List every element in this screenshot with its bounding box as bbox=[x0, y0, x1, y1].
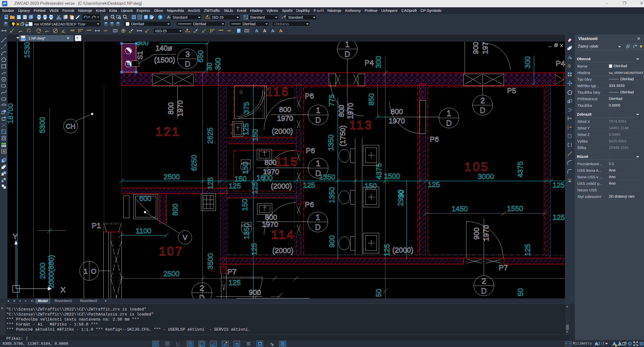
svg-text:D: D bbox=[481, 287, 487, 295]
svg-text:1970: 1970 bbox=[346, 103, 354, 119]
svg-text:125: 125 bbox=[428, 181, 440, 189]
svg-text:18700: 18700 bbox=[8, 103, 14, 124]
svg-text:(1750): (1750) bbox=[339, 125, 347, 147]
svg-text:(2000): (2000) bbox=[272, 247, 294, 255]
svg-text:125: 125 bbox=[228, 279, 240, 287]
svg-text:(2000): (2000) bbox=[271, 182, 292, 190]
svg-text:2000(880): 2000(880) bbox=[47, 255, 55, 288]
svg-text:125: 125 bbox=[303, 181, 315, 189]
svg-text:D: D bbox=[185, 60, 190, 68]
svg-text:2: 2 bbox=[200, 284, 204, 293]
svg-text:O: O bbox=[91, 267, 97, 275]
svg-text:A: A bbox=[255, 29, 258, 33]
svg-text:121: 121 bbox=[155, 125, 180, 138]
svg-text:V: V bbox=[183, 234, 187, 241]
svg-text:1: 1 bbox=[345, 42, 349, 49]
svg-text:D: D bbox=[199, 294, 205, 299]
svg-text:?: ? bbox=[159, 15, 161, 19]
svg-text:600: 600 bbox=[139, 194, 151, 202]
svg-text:1970: 1970 bbox=[389, 117, 405, 125]
svg-text:140ø: 140ø bbox=[155, 44, 172, 52]
svg-text:1600: 1600 bbox=[256, 174, 273, 182]
svg-text:S1: S1 bbox=[136, 51, 144, 59]
svg-text:(1500): (1500) bbox=[154, 56, 175, 64]
svg-text:D: D bbox=[446, 119, 452, 128]
svg-text:2000: 2000 bbox=[38, 263, 47, 279]
svg-text:150: 150 bbox=[251, 129, 259, 141]
svg-text:1970: 1970 bbox=[277, 114, 293, 122]
svg-text:P6: P6 bbox=[430, 135, 439, 143]
svg-text:800: 800 bbox=[167, 102, 175, 114]
svg-text:116: 116 bbox=[266, 85, 290, 98]
svg-text:DWG: DWG bbox=[21, 38, 26, 40]
svg-text:1970: 1970 bbox=[176, 100, 184, 117]
svg-text:P7: P7 bbox=[499, 263, 508, 272]
svg-text:800: 800 bbox=[391, 108, 403, 116]
svg-text:A: A bbox=[167, 15, 170, 19]
svg-text:1500: 1500 bbox=[384, 172, 400, 180]
svg-text:3500: 3500 bbox=[206, 253, 214, 269]
svg-text:50: 50 bbox=[516, 288, 525, 296]
svg-text:D: D bbox=[315, 223, 320, 232]
svg-text:2500: 2500 bbox=[163, 270, 180, 278]
svg-text:197: 197 bbox=[481, 42, 489, 54]
svg-text:1: 1 bbox=[447, 109, 451, 118]
svg-text:375: 375 bbox=[242, 102, 250, 114]
svg-text:(2000): (2000) bbox=[392, 246, 414, 254]
svg-text:113: 113 bbox=[349, 118, 373, 132]
svg-text:1: 1 bbox=[316, 159, 320, 168]
svg-text:A: A bbox=[263, 29, 266, 33]
svg-text:A: A bbox=[2, 150, 5, 153]
svg-text:P4: P4 bbox=[365, 58, 374, 67]
svg-text:125: 125 bbox=[383, 244, 391, 256]
svg-text:1: 1 bbox=[316, 106, 320, 115]
svg-text:1350: 1350 bbox=[319, 173, 335, 181]
svg-text:30: 30 bbox=[397, 190, 405, 198]
svg-text:3: 3 bbox=[185, 50, 190, 59]
svg-text:4375: 4375 bbox=[375, 163, 383, 180]
svg-text:125: 125 bbox=[206, 177, 214, 189]
svg-text:P1: P1 bbox=[92, 221, 101, 230]
svg-text:150: 150 bbox=[365, 182, 377, 190]
svg-text:125: 125 bbox=[250, 243, 258, 255]
svg-text:850: 850 bbox=[367, 93, 375, 105]
svg-text:125: 125 bbox=[552, 181, 565, 189]
svg-text:300: 300 bbox=[214, 58, 222, 70]
svg-text:1350: 1350 bbox=[327, 134, 335, 151]
svg-text:114: 114 bbox=[271, 228, 295, 241]
svg-text:150: 150 bbox=[241, 199, 249, 211]
svg-text:125: 125 bbox=[242, 123, 250, 135]
svg-text:300: 300 bbox=[136, 42, 148, 47]
svg-text:1970: 1970 bbox=[482, 225, 490, 241]
svg-text:900: 900 bbox=[249, 288, 261, 296]
svg-text:50: 50 bbox=[375, 289, 383, 297]
svg-text:125: 125 bbox=[251, 182, 259, 194]
svg-text:105: 105 bbox=[464, 160, 489, 174]
svg-text:1100: 1100 bbox=[136, 227, 151, 235]
svg-text:D: D bbox=[344, 50, 350, 59]
svg-text:4375: 4375 bbox=[516, 161, 524, 178]
svg-text:X: X bbox=[60, 286, 65, 294]
svg-text:A: A bbox=[271, 29, 274, 33]
svg-text:P7: P7 bbox=[227, 267, 236, 276]
svg-text:2: 2 bbox=[480, 96, 485, 105]
svg-text:P4: P4 bbox=[556, 59, 565, 67]
svg-text:3000: 3000 bbox=[478, 172, 494, 181]
svg-text:900: 900 bbox=[472, 227, 480, 239]
svg-text:D: D bbox=[315, 116, 321, 125]
svg-text:5300: 5300 bbox=[38, 117, 46, 133]
svg-text:125: 125 bbox=[229, 182, 241, 190]
svg-text:6250: 6250 bbox=[190, 155, 198, 171]
svg-text:1350: 1350 bbox=[328, 187, 336, 203]
svg-text:1: 1 bbox=[316, 213, 320, 222]
svg-text:30: 30 bbox=[205, 62, 213, 71]
svg-text:2: 2 bbox=[482, 277, 486, 286]
svg-text:800: 800 bbox=[337, 105, 345, 117]
svg-text:300: 300 bbox=[524, 56, 532, 68]
svg-text:300: 300 bbox=[374, 56, 382, 68]
svg-text:900: 900 bbox=[328, 235, 336, 247]
svg-text:D: D bbox=[480, 106, 485, 115]
svg-text:P6: P6 bbox=[305, 92, 314, 100]
svg-text:107: 107 bbox=[159, 245, 183, 258]
svg-text:2500: 2500 bbox=[164, 173, 180, 181]
